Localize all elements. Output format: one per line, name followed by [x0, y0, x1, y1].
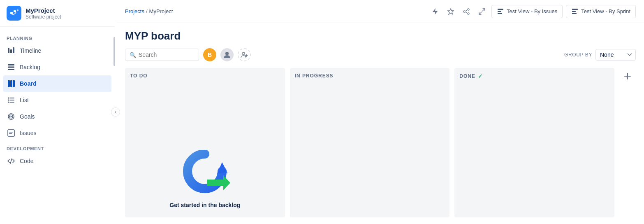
group-by-label: GROUP BY: [564, 52, 592, 58]
svg-rect-38: [572, 11, 576, 12]
view-by-sprint-icon: [571, 8, 579, 15]
breadcrumb-sep: /: [146, 8, 148, 14]
column-done: DONE ✓: [454, 68, 614, 217]
svg-rect-6: [8, 64, 14, 65]
code-label: Code: [20, 158, 33, 164]
project-name: MyProject: [25, 7, 61, 14]
view-by-sprint-label: Test View - By Sprint: [581, 8, 630, 14]
sidebar-item-goals[interactable]: Goals: [0, 108, 115, 125]
view-by-issues-icon: [497, 8, 504, 15]
sidebar-item-backlog[interactable]: Backlog: [0, 59, 115, 75]
backlog-illustration: Get started in the backlog: [169, 150, 240, 208]
avatar-anon[interactable]: [220, 48, 234, 61]
goals-icon: [7, 112, 16, 121]
code-icon: [7, 156, 16, 166]
share-button[interactable]: [460, 5, 473, 18]
view-by-issues-button[interactable]: Test View - By Issues: [491, 5, 563, 18]
search-box[interactable]: 🔍: [125, 49, 199, 61]
svg-point-20: [11, 116, 12, 117]
svg-line-30: [465, 10, 468, 11]
search-input[interactable]: [139, 51, 195, 58]
svg-rect-13: [9, 98, 14, 98]
breadcrumb-projects[interactable]: Projects: [125, 8, 144, 14]
sidebar-collapse-button[interactable]: ‹: [111, 107, 120, 117]
column-done-header: DONE ✓: [459, 73, 609, 79]
avatar-b[interactable]: B: [203, 48, 216, 61]
sidebar-item-issues[interactable]: Issues: [0, 125, 115, 141]
goals-label: Goals: [20, 113, 35, 120]
sidebar-item-list[interactable]: List: [0, 92, 115, 108]
svg-rect-7: [8, 67, 14, 68]
breadcrumb-current: MyProject: [149, 8, 173, 14]
svg-rect-3: [8, 48, 9, 53]
group-by-select[interactable]: None Assignee Priority Label: [595, 49, 636, 61]
board-icon: [7, 79, 16, 88]
svg-marker-26: [448, 9, 454, 14]
issues-label: Issues: [20, 130, 36, 136]
svg-line-24: [10, 159, 12, 163]
svg-line-33: [479, 12, 482, 14]
svg-rect-36: [498, 13, 502, 14]
svg-marker-25: [433, 8, 438, 15]
svg-rect-9: [8, 80, 10, 87]
timeline-icon: [7, 46, 16, 55]
svg-rect-2: [17, 9, 19, 11]
project-info: MyProject Software project: [25, 7, 61, 20]
project-logo-icon: [7, 6, 21, 21]
add-member-button[interactable]: [238, 48, 251, 61]
svg-line-31: [465, 12, 468, 13]
svg-point-27: [468, 9, 469, 10]
toolbar: 🔍 B GROUP BY None Assignee Priority: [125, 48, 636, 61]
planning-section-label: PLANNING: [0, 31, 115, 42]
sidebar-header: MyProject Software project: [0, 0, 115, 27]
issues-icon: [7, 128, 16, 138]
content-area: MYP board 🔍 B GROUP BY None: [117, 23, 644, 224]
svg-rect-21: [8, 130, 14, 136]
backlog-caption: Get started in the backlog: [169, 202, 240, 208]
sidebar-item-code[interactable]: Code: [0, 153, 115, 169]
svg-rect-17: [9, 102, 14, 103]
project-type: Software project: [25, 14, 61, 20]
sidebar-item-timeline[interactable]: Timeline: [0, 42, 115, 59]
svg-rect-37: [572, 9, 578, 10]
svg-rect-35: [498, 11, 501, 12]
sidebar-scrollbar[interactable]: [114, 37, 115, 66]
svg-rect-4: [10, 49, 12, 53]
toolbar-right: GROUP BY None Assignee Priority Label: [564, 49, 636, 61]
column-inprogress-title: IN PROGRESS: [295, 73, 334, 79]
list-icon: [7, 96, 16, 105]
svg-rect-22: [9, 132, 13, 133]
column-done-content: [459, 84, 609, 212]
sidebar-nav: PLANNING Timeline Backlog Boar: [0, 27, 115, 224]
svg-rect-5: [13, 47, 14, 53]
backlog-label: Backlog: [20, 64, 40, 70]
list-label: List: [20, 97, 29, 103]
svg-point-12: [8, 98, 9, 99]
column-todo-title: TO DO: [130, 73, 148, 79]
svg-rect-1: [14, 10, 16, 12]
svg-point-29: [463, 11, 465, 12]
search-icon: 🔍: [130, 52, 136, 58]
timeline-label: Timeline: [20, 47, 41, 54]
star-button[interactable]: [445, 5, 457, 18]
svg-rect-11: [13, 80, 15, 87]
column-inprogress-content: [295, 83, 445, 212]
column-done-title: DONE: [459, 73, 475, 79]
column-todo-content: Get started in the backlog: [130, 83, 280, 212]
view-by-sprint-button[interactable]: Test View - By Sprint: [566, 5, 636, 18]
svg-rect-8: [8, 69, 14, 70]
view-by-issues-label: Test View - By Issues: [507, 8, 557, 14]
svg-point-40: [225, 52, 229, 55]
lightning-button[interactable]: [429, 5, 441, 18]
development-section-label: DEVELOPMENT: [0, 141, 115, 153]
done-check-icon: ✓: [478, 73, 483, 79]
expand-button[interactable]: [476, 5, 488, 18]
svg-line-32: [482, 9, 485, 11]
main-content: Projects / MyProject Test View - By Issu…: [117, 0, 644, 224]
svg-point-16: [8, 102, 9, 103]
svg-rect-23: [9, 133, 12, 134]
svg-rect-0: [10, 12, 13, 14]
add-column-button[interactable]: [619, 68, 636, 84]
sidebar-item-board[interactable]: Board: [3, 75, 111, 92]
column-inprogress: IN PROGRESS: [290, 68, 450, 217]
